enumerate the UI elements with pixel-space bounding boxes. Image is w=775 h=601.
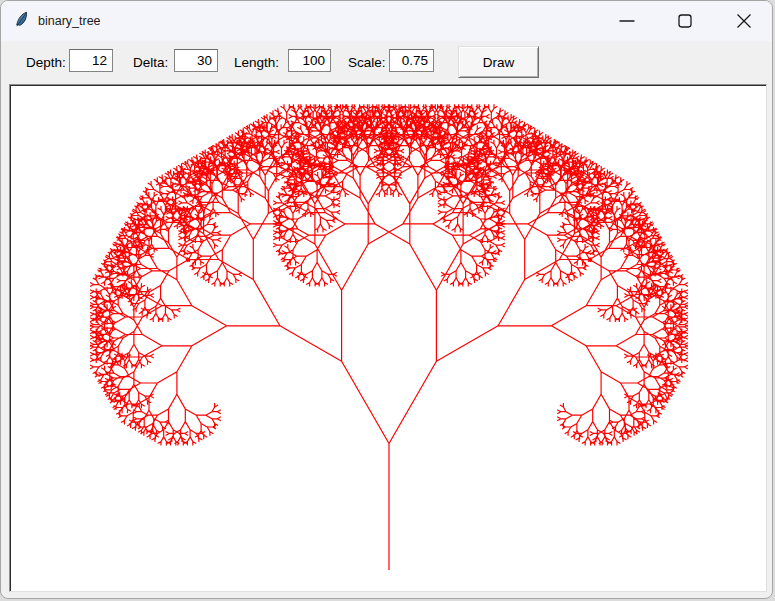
depth-input[interactable] bbox=[69, 49, 113, 72]
close-button[interactable] bbox=[714, 1, 773, 41]
app-window: binary_tree Depth: Delta: Length: Scale: bbox=[0, 0, 773, 599]
scale-label: Scale: bbox=[348, 41, 386, 84]
window-title: binary_tree bbox=[38, 1, 101, 41]
delta-label: Delta: bbox=[133, 41, 168, 84]
maximize-button[interactable] bbox=[656, 1, 714, 41]
minimize-icon bbox=[619, 13, 635, 29]
close-icon bbox=[736, 13, 752, 29]
fractal-tree-drawing bbox=[10, 85, 766, 591]
turtle-canvas bbox=[9, 84, 767, 592]
length-input[interactable] bbox=[288, 49, 331, 72]
delta-input[interactable] bbox=[174, 49, 218, 72]
titlebar: binary_tree bbox=[1, 1, 772, 41]
minimize-button[interactable] bbox=[598, 1, 656, 41]
scale-input[interactable] bbox=[389, 49, 434, 72]
draw-button[interactable]: Draw bbox=[458, 46, 539, 78]
depth-label: Depth: bbox=[26, 41, 66, 84]
length-label: Length: bbox=[234, 41, 279, 84]
maximize-icon bbox=[677, 13, 693, 29]
toolbar: Depth: Delta: Length: Scale: Draw bbox=[1, 41, 772, 84]
tk-feather-icon bbox=[14, 11, 29, 29]
